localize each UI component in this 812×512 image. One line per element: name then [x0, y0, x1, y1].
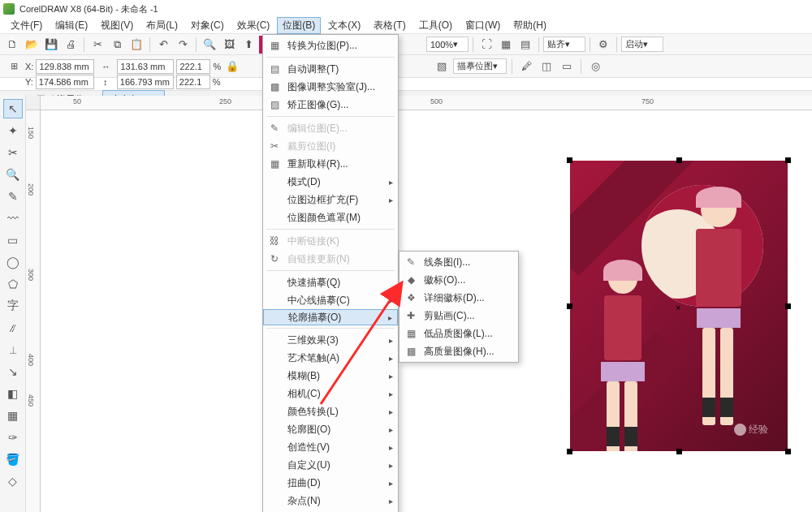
submenu-item-icon: ❖ [404, 291, 417, 304]
menu-table[interactable]: 表格(T) [368, 17, 411, 34]
menu-text[interactable]: 文本(X) [322, 17, 366, 34]
menu-item-22[interactable]: 模糊(B) [263, 367, 398, 385]
tool-fill[interactable]: 🪣 [3, 450, 23, 469]
submenu-item-5[interactable]: ▩高质量图像(H)... [400, 342, 518, 360]
tool-connector[interactable]: ↘ [3, 362, 23, 381]
menu-item-27[interactable]: 自定义(U) [263, 456, 398, 474]
options-icon[interactable]: ⚙ [594, 36, 612, 54]
undo-icon[interactable]: ↶ [154, 36, 172, 54]
handle-br[interactable] [785, 449, 791, 454]
fullscreen-icon[interactable]: ⛶ [477, 36, 495, 54]
w-field[interactable]: 131.63 mm [117, 59, 174, 74]
tool-transparency[interactable]: ▦ [3, 406, 23, 425]
menu-item-9[interactable]: 模式(D) [263, 173, 398, 191]
handle-bl[interactable] [567, 449, 572, 454]
menu-item-21[interactable]: 艺术笔触(A) [263, 349, 398, 367]
tool-pick[interactable]: ↖ [3, 99, 23, 118]
menu-window[interactable]: 窗口(W) [460, 17, 506, 34]
menu-item-10[interactable]: 位图边框扩充(F) [263, 191, 398, 209]
tool-artistic[interactable]: 〰 [3, 209, 23, 228]
menu-item-24[interactable]: 颜色转换(L) [263, 402, 398, 420]
menu-item-25[interactable]: 轮廓图(O) [263, 420, 398, 438]
copy-icon[interactable]: ⧉ [108, 36, 126, 54]
redo-icon[interactable]: ↷ [174, 36, 192, 54]
trace-icon[interactable]: ▧ [433, 58, 451, 75]
resample-icon[interactable]: ▭ [558, 58, 576, 75]
menu-item-20[interactable]: 三维效果(3) [263, 331, 398, 349]
edit-bitmap-icon[interactable]: 🖉 [517, 58, 535, 75]
menu-item-2[interactable]: ▤自动调整(T) [263, 60, 398, 78]
menu-bitmap[interactable]: 位图(B) [277, 17, 321, 34]
handle-tr[interactable] [785, 157, 791, 163]
paste-icon[interactable]: 📋 [127, 36, 145, 54]
sy-field[interactable]: 222.1 [176, 75, 210, 89]
menu-effects[interactable]: 效果(C) [231, 17, 276, 34]
handle-tl[interactable] [567, 157, 572, 163]
handle-tm[interactable] [676, 157, 682, 163]
save-icon[interactable]: 💾 [42, 36, 60, 54]
tool-rectangle[interactable]: ▭ [3, 230, 23, 250]
image-icon[interactable]: 🖼 [220, 36, 238, 54]
submenu-item-2[interactable]: ❖详细徽标(D)... [400, 289, 518, 307]
trace-bitmap-select[interactable]: 描摹位图 ▾ [453, 58, 507, 74]
tool-dimension[interactable]: ⟂ [3, 340, 23, 359]
menu-item-8[interactable]: ▦重新取样(R)... [263, 155, 398, 173]
tool-freehand[interactable]: ✎ [3, 187, 23, 206]
menu-item-0[interactable]: ▦转换为位图(P)... [263, 37, 398, 54]
menu-object[interactable]: 对象(C) [185, 17, 230, 34]
tool-eyedropper[interactable]: ✑ [3, 428, 23, 447]
lock-icon[interactable]: 🔒 [223, 58, 241, 75]
handle-bm[interactable] [676, 449, 682, 454]
submenu-item-1[interactable]: ◆徽标(O)... [400, 271, 518, 289]
menu-file[interactable]: 文件(F) [5, 17, 48, 34]
menu-layout[interactable]: 布局(L) [140, 17, 184, 34]
submenu-item-0[interactable]: ✎线条图(I)... [400, 253, 518, 271]
cut-icon[interactable]: ✂ [89, 36, 106, 54]
submenu-item-3[interactable]: ✚剪贴画(C)... [400, 307, 518, 325]
menu-item-23[interactable]: 相机(C) [263, 385, 398, 402]
menu-view[interactable]: 视图(V) [95, 17, 139, 34]
tool-dropshadow[interactable]: ◧ [3, 384, 23, 403]
handle-mr[interactable] [785, 303, 791, 309]
wrap-icon[interactable]: ◎ [586, 58, 604, 75]
sx-field[interactable]: 222.1 [176, 59, 210, 74]
h-field[interactable]: 166.793 mm [117, 75, 174, 89]
handle-ml[interactable] [567, 303, 572, 309]
tool-text[interactable]: 字 [3, 296, 23, 316]
grid-icon[interactable]: ▦ [497, 36, 515, 54]
tool-crop[interactable]: ✂ [3, 143, 23, 162]
guides-icon[interactable]: ▤ [516, 36, 534, 54]
tool-outline[interactable]: ◇ [3, 471, 23, 491]
menu-item-26[interactable]: 创造性(V) [263, 438, 398, 456]
menu-item-4[interactable]: ▨矫正图像(G)... [263, 96, 398, 114]
launch-select[interactable]: 启动 ▾ [621, 37, 663, 52]
menu-item-28[interactable]: 扭曲(D) [263, 474, 398, 492]
export-icon[interactable]: ⬆ [240, 36, 257, 54]
menu-item-3[interactable]: ▩图像调整实验室(J)... [263, 78, 398, 96]
menu-help[interactable]: 帮助(H) [508, 17, 552, 34]
menu-item-29[interactable]: 杂点(N) [263, 492, 398, 510]
x-field[interactable]: 129.838 mm [36, 59, 94, 74]
selected-bitmap[interactable]: 经验 [570, 161, 788, 451]
snap-select[interactable]: 贴齐 ▾ [543, 37, 585, 52]
menu-item-16[interactable]: 快速描摹(Q) [263, 273, 398, 291]
y-field[interactable]: 174.586 mm [36, 75, 94, 89]
open-icon[interactable]: 📂 [23, 36, 41, 54]
menu-edit[interactable]: 编辑(E) [50, 17, 93, 34]
menu-item-11[interactable]: 位图颜色遮罩(M) [263, 209, 398, 226]
crop-icon[interactable]: ◫ [538, 58, 555, 75]
tool-shape[interactable]: ✦ [3, 121, 23, 140]
print-icon[interactable]: 🖨 [62, 36, 80, 54]
new-icon[interactable]: 🗋 [3, 36, 21, 54]
handle-center[interactable] [676, 303, 683, 310]
tool-parallel[interactable]: ⫽ [3, 318, 23, 338]
tool-polygon[interactable]: ⬠ [3, 274, 23, 294]
menu-item-18[interactable]: 轮廓描摹(O) [263, 309, 398, 325]
submenu-item-4[interactable]: ▦低品质图像(L)... [400, 325, 518, 342]
menu-tools[interactable]: 工具(O) [413, 17, 458, 34]
tool-ellipse[interactable]: ◯ [3, 252, 23, 272]
search-icon[interactable]: 🔍 [201, 36, 218, 54]
tool-zoom[interactable]: 🔍 [3, 165, 23, 184]
menu-item-17[interactable]: 中心线描摹(C) [263, 291, 398, 309]
zoom-select[interactable]: 100% ▾ [426, 37, 469, 52]
